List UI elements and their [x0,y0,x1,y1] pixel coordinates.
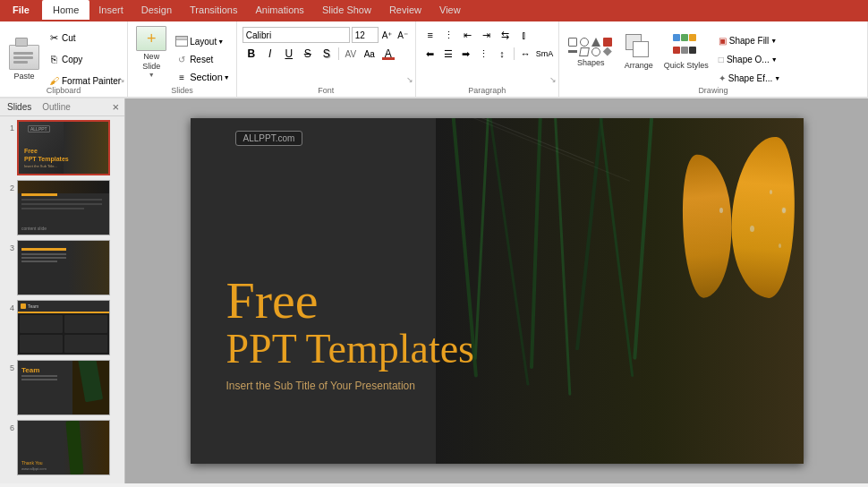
font-size-input[interactable] [352,27,379,43]
font-expand[interactable]: ↘ [406,75,413,84]
slide-number: 2 [4,184,14,192]
arrange-icon [625,34,652,59]
paragraph-expand[interactable]: ↘ [549,75,557,84]
clipboard-expand[interactable]: ↘ [118,75,125,84]
paste-icon [9,38,39,70]
para-row1: ≡ ⋮ ⇤ ⇥ ⇆ ⫿ [421,27,553,43]
clipboard-group: Paste ✂ Cut ⎘ Copy 🖌 Format Painter ↘ Cl… [0,21,128,97]
slides-list: 1 FreePPT Templates Insert the Sub Title… [0,116,124,483]
new-slide-button[interactable]: + NewSlide ▼ [132,24,171,80]
font-color-button[interactable]: A [379,46,397,62]
text-direction-button[interactable]: ↔ [517,46,534,62]
columns-button[interactable]: ⫿ [515,27,533,43]
reset-button[interactable]: ↺ Reset [173,51,233,67]
indent-decrease-button[interactable]: ⇤ [459,27,477,43]
main-slide[interactable]: ALLPPT.com Free PPT Templates Insert the… [191,118,804,464]
align-left-button[interactable]: ⬅ [421,46,438,62]
arrange-button[interactable]: Arrange [619,24,659,80]
slide-logo: ALLPPT.com [235,131,303,146]
font-size-increase-button[interactable]: A⁺ [380,27,395,43]
arrange-label: Arrange [625,61,653,70]
slide-thumb[interactable]: 2 content slide [4,180,121,235]
slide-number: 3 [4,244,14,252]
tab-design[interactable]: Design [132,0,181,20]
shape-effects-button[interactable]: ✦ Shape Ef... ▼ [716,70,783,86]
tab-slideshow[interactable]: Slide Show [313,0,380,20]
slides-group: + NewSlide ▼ Layout ▼ ↺ Reset ≡ [128,21,237,97]
slide-number: 4 [4,303,14,312]
outline-tab[interactable]: Outline [38,101,74,113]
slide-thumb[interactable]: 1 FreePPT Templates Insert the Sub Title… [4,120,121,175]
shape-fill-label: Shape Fill [729,36,769,46]
paste-label: Paste [13,72,34,81]
panel-close-button[interactable]: × [110,100,121,114]
quick-styles-button[interactable]: Quick Styles [659,24,714,80]
font-size-decrease-button[interactable]: A⁻ [396,27,410,43]
tab-view[interactable]: View [430,0,470,20]
rtl-button[interactable]: ⇆ [497,27,515,43]
slide-thumb[interactable]: 6 Thank You www.allppt.com [4,420,121,475]
number-list-button[interactable]: ⋮ [440,27,458,43]
section-label: Section [190,72,223,82]
align-center-button[interactable]: ☰ [439,46,456,62]
file-tab[interactable]: File [0,0,42,20]
line-spacing-button[interactable]: ↕ [493,46,510,62]
shape-options: ▣ Shape Fill ▼ □ Shape O... ▼ ✦ Shape Ef… [716,24,783,94]
font-case-button[interactable]: Aa [361,46,379,62]
slide-panel: Slides Outline × 1 FreePPT Templates Ins… [0,98,125,483]
italic-button[interactable]: I [261,46,279,62]
format-painter-label: Format Painter [62,76,121,86]
slide-thumbnail-4: Team [17,300,110,355]
new-slide-label: NewSlide [142,52,160,72]
cut-button[interactable]: ✂ Cut [45,28,123,47]
align-right-button[interactable]: ➡ [457,46,474,62]
underline-button[interactable]: U [280,46,298,62]
slides-tab[interactable]: Slides [4,101,35,113]
quick-styles-icon [673,34,700,59]
tab-insert[interactable]: Insert [89,0,132,20]
font-spacing-button[interactable]: AV [342,46,360,62]
shape-fill-button[interactable]: ▣ Shape Fill ▼ [716,32,783,48]
section-icon: ≡ [175,71,188,83]
ribbon-top: File Home Insert Design Transitions Anim… [0,0,868,20]
main-area: Slides Outline × 1 FreePPT Templates Ins… [0,98,868,483]
shape-effects-icon: ✦ [719,73,726,83]
tab-animations[interactable]: Animations [246,0,312,20]
section-button[interactable]: ≡ Section ▼ [173,69,233,85]
ribbon-body: Paste ✂ Cut ⎘ Copy 🖌 Format Painter ↘ Cl… [0,20,868,98]
bullet-list-button[interactable]: ≡ [421,27,439,43]
tab-home[interactable]: Home [42,0,89,20]
slide-number: 6 [4,423,14,432]
slide-number: 5 [4,363,14,372]
slide-thumb[interactable]: 3 [4,240,121,295]
shapes-button[interactable]: Shapes [563,24,619,80]
shape-outline-icon: □ [719,55,724,64]
font-group: A⁺ A⁻ B I U S S AV Aa A ↘ Font [237,21,416,97]
slide-thumb[interactable]: 5 Team [4,360,121,415]
font-name-input[interactable] [243,27,350,43]
indent-increase-button[interactable]: ⇥ [478,27,496,43]
layout-button[interactable]: Layout ▼ [173,33,233,49]
strikethrough-button[interactable]: S [299,46,317,62]
justify-button[interactable]: ⋮ [475,46,492,62]
reset-label: Reset [190,55,213,64]
shadow-button[interactable]: S [318,46,336,62]
bold-button[interactable]: B [243,46,260,62]
layout-icon [175,36,188,47]
copy-button[interactable]: ⎘ Copy [45,49,123,69]
slide-thumbnail-1: FreePPT Templates Insert the Sub Title..… [17,120,110,175]
convert-smartart-button[interactable]: SmA [535,46,553,62]
tab-review[interactable]: Review [380,0,430,20]
slide-text-content: Free PPT Templates Insert the Sub Title … [226,275,474,392]
paste-button[interactable]: Paste [4,24,45,94]
slide-title-line1: Free [226,275,474,327]
tab-transitions[interactable]: Transitions [181,0,246,20]
shape-effects-label: Shape Ef... [728,73,772,83]
slide-thumb[interactable]: 4 Team [4,300,121,355]
copy-icon: ⎘ [47,53,60,65]
font-label: Font [237,86,415,95]
shape-outline-button[interactable]: □ Shape O... ▼ [716,51,783,67]
font-row2: B I U S S AV Aa A [243,46,410,62]
stage: ALLPPT.com Free PPT Templates Insert the… [125,98,868,483]
slide-thumbnail-6: Thank You www.allppt.com [17,420,110,475]
